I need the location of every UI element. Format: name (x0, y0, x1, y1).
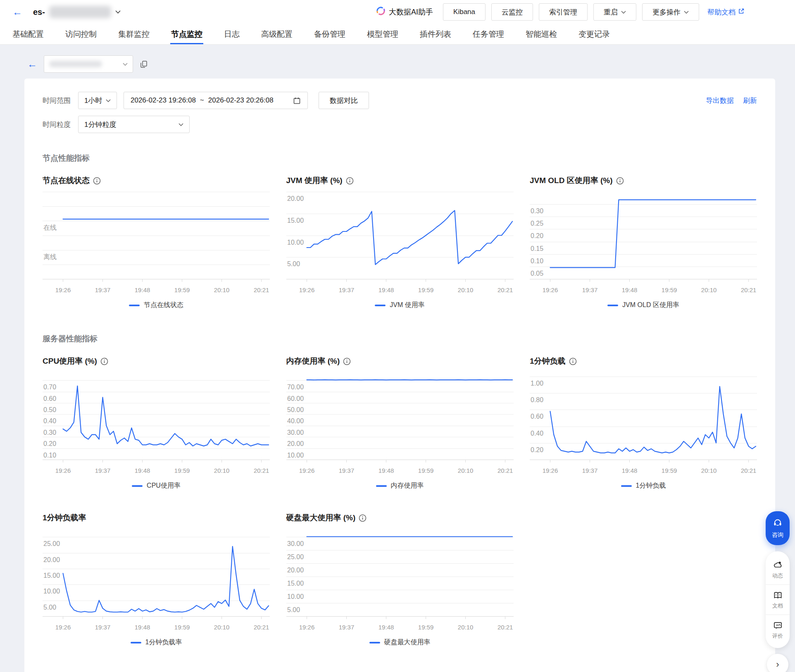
tab-日志[interactable]: 日志 (224, 24, 240, 44)
tab-模型管理[interactable]: 模型管理 (367, 24, 398, 44)
chart-plot-load-rate-1min[interactable]: 25.0020.0015.0010.005.0019:2619:3719:481… (43, 529, 270, 633)
tab-节点监控[interactable]: 节点监控 (171, 24, 202, 44)
svg-text:15.00: 15.00 (287, 580, 304, 587)
info-icon[interactable] (569, 357, 577, 365)
legend-line-swatch (369, 642, 380, 643)
info-icon[interactable] (93, 177, 101, 185)
svg-text:20:10: 20:10 (457, 624, 473, 631)
header-action-button[interactable]: Kibana (443, 3, 486, 21)
legend-label: 1分钟负载率 (145, 638, 182, 647)
legend-line-swatch (607, 305, 618, 306)
info-icon[interactable] (616, 177, 624, 185)
svg-text:5.00: 5.00 (43, 604, 56, 611)
chart-plot-memory-usage[interactable]: 70.0060.0050.0040.0030.0020.0010.0019:26… (286, 372, 514, 477)
tab-变更记录[interactable]: 变更记录 (578, 24, 610, 44)
time-range-label: 时间范围 (43, 96, 71, 105)
date-range-start: 2026-02-23 19:26:08 (131, 96, 196, 105)
header-action-button[interactable]: 索引管理 (539, 3, 588, 21)
tab-智能巡检[interactable]: 智能巡检 (526, 24, 557, 44)
legend-label: 硬盘最大使用率 (384, 638, 431, 647)
help-doc-link[interactable]: 帮助文档 (707, 7, 745, 17)
tab-任务管理[interactable]: 任务管理 (473, 24, 504, 44)
content-area: ← 时间范围 1小时 2026-02-23 19:26:08 ~ 2026-02… (0, 55, 795, 672)
legend-line-swatch (375, 305, 386, 306)
svg-text:19:26: 19:26 (55, 286, 71, 293)
chart-legend[interactable]: 节点在线状态 (43, 301, 270, 310)
chart-legend[interactable]: JVM 使用率 (286, 301, 514, 310)
consult-button[interactable]: 咨询 (766, 511, 790, 545)
svg-text:19:59: 19:59 (418, 624, 433, 631)
legend-line-swatch (131, 642, 141, 643)
node-selector[interactable] (44, 55, 133, 73)
cluster-title-dropdown[interactable]: es- (33, 6, 121, 18)
info-icon[interactable] (359, 514, 367, 522)
tab-label: 模型管理 (367, 29, 398, 40)
node-back-icon[interactable]: ← (27, 59, 37, 69)
svg-text:19:26: 19:26 (543, 286, 558, 293)
chart-legend[interactable]: 内存使用率 (286, 481, 514, 490)
tab-访问控制[interactable]: 访问控制 (65, 24, 97, 44)
feedback-comment-icon (773, 621, 783, 630)
chart-plot-jvm-old-usage[interactable]: 0.300.250.200.150.100.0519:2619:3719:481… (530, 192, 757, 296)
chart-legend[interactable]: JVM OLD 区使用率 (530, 301, 757, 310)
date-range-separator: ~ (200, 96, 204, 105)
consult-label: 咨询 (772, 531, 783, 539)
svg-text:0.40: 0.40 (531, 430, 543, 437)
chart-title-row: 1分钟负载率 (43, 512, 270, 523)
svg-text:20:10: 20:10 (701, 286, 717, 293)
tab-高级配置[interactable]: 高级配置 (261, 24, 293, 44)
ai-assistant-entry[interactable]: 大数据AI助手 (376, 6, 433, 18)
svg-text:0.30: 0.30 (531, 207, 543, 214)
chart-title: 节点在线状态 (43, 175, 90, 186)
headset-icon (773, 518, 783, 529)
tab-label: 访问控制 (65, 29, 97, 40)
floating-menu-item-文档[interactable]: 文档 (766, 584, 790, 615)
chart-plot-cpu-usage[interactable]: 0.700.600.500.400.300.200.1019:2619:3719… (43, 372, 270, 477)
chart-plot-load-1min[interactable]: 1.000.800.600.400.2019:2619:3719:4819:59… (530, 372, 757, 477)
export-data-link[interactable]: 导出数据 (706, 96, 734, 105)
granularity-select[interactable]: 1分钟粒度 (78, 116, 190, 133)
data-compare-button[interactable]: 数据对比 (319, 92, 369, 109)
svg-text:0.30: 0.30 (43, 429, 56, 436)
chart-title-row: JVM OLD 区使用率 (%) (530, 175, 757, 186)
chart-legend[interactable]: CPU使用率 (43, 481, 270, 490)
tab-备份管理[interactable]: 备份管理 (314, 24, 345, 44)
svg-text:20:10: 20:10 (457, 467, 473, 474)
floating-menu-item-评价[interactable]: 评价 (766, 615, 790, 645)
svg-text:19:26: 19:26 (299, 624, 314, 631)
chart-plot-jvm-usage[interactable]: 20.0015.0010.005.0019:2619:3719:4819:592… (286, 192, 514, 296)
tab-label: 基础配置 (12, 29, 44, 40)
legend-label: 节点在线状态 (144, 301, 183, 310)
expand-panel-button[interactable]: › (767, 654, 788, 672)
legend-line-swatch (132, 485, 143, 487)
time-range-value: 1小时 (84, 96, 102, 105)
tab-基础配置[interactable]: 基础配置 (12, 24, 44, 44)
info-icon[interactable] (346, 177, 354, 185)
chart-plot-disk-max-usage[interactable]: 30.0025.0020.0015.0010.005.0019:2619:371… (286, 529, 514, 633)
tab-插件列表[interactable]: 插件列表 (420, 24, 451, 44)
tab-集群监控[interactable]: 集群监控 (118, 24, 150, 44)
copy-icon[interactable] (140, 60, 148, 68)
svg-text:19:48: 19:48 (135, 624, 150, 631)
svg-text:50.00: 50.00 (287, 406, 304, 413)
refresh-link[interactable]: 刷新 (743, 96, 757, 105)
header-dropdown-button[interactable]: 重启 (593, 3, 636, 21)
svg-text:60.00: 60.00 (287, 395, 304, 402)
header-actions: 大数据AI助手 Kibana云监控索引管理重启更多操作 帮助文档 (376, 3, 745, 21)
floating-menu-item-动态[interactable]: 动态 (766, 555, 790, 584)
chart-legend[interactable]: 1分钟负载 (530, 481, 757, 490)
info-icon[interactable] (343, 357, 351, 365)
header-back-icon[interactable]: ← (12, 7, 22, 17)
tab-label: 任务管理 (473, 29, 504, 40)
chart-legend[interactable]: 1分钟负载率 (43, 638, 270, 647)
info-icon[interactable] (100, 357, 108, 365)
header-action-button[interactable]: 云监控 (491, 3, 533, 21)
svg-text:19:59: 19:59 (418, 286, 433, 293)
tab-label: 备份管理 (314, 29, 345, 40)
date-range-picker[interactable]: 2026-02-23 19:26:08 ~ 2026-02-23 20:26:0… (124, 92, 308, 109)
svg-text:20:10: 20:10 (701, 467, 717, 474)
chart-legend[interactable]: 硬盘最大使用率 (286, 638, 514, 647)
header-dropdown-button[interactable]: 更多操作 (642, 3, 699, 21)
chart-plot-node-online-status[interactable]: 在线离线19:2619:3719:4819:5920:1020:21 (43, 192, 270, 296)
time-range-select[interactable]: 1小时 (78, 92, 117, 109)
